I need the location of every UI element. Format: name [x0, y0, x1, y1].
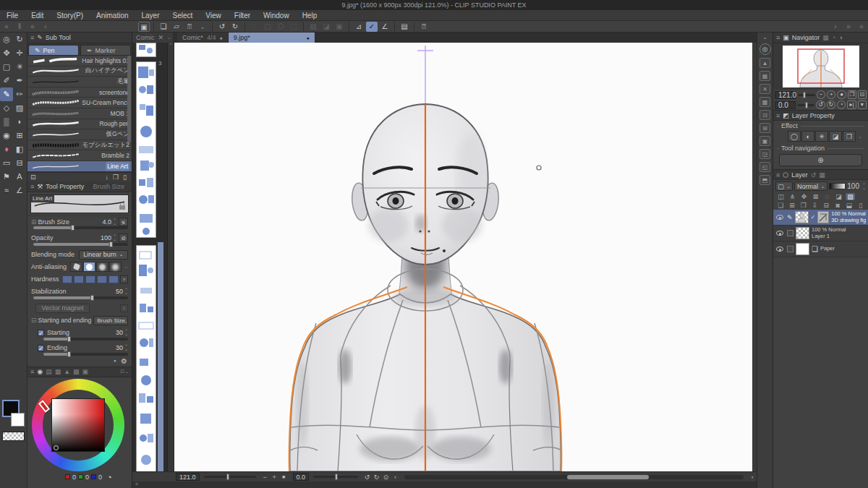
- layer-mask-thumbnail[interactable]: [817, 211, 829, 223]
- shape-tool-icon[interactable]: ▭: [0, 156, 13, 170]
- save-dropdown-icon[interactable]: ⌄: [197, 22, 208, 32]
- tab-marker[interactable]: ✒Marker: [80, 45, 131, 56]
- sub-color-swatch[interactable]: [11, 413, 25, 427]
- vector-magnet-expand[interactable]: ›: [120, 304, 128, 312]
- reference-layer-icon[interactable]: ❐: [843, 131, 856, 142]
- material-folder-icon[interactable]: ◲: [760, 149, 770, 159]
- color-mixing-tab-icon[interactable]: ▲: [64, 368, 70, 375]
- new-vector-layer-icon[interactable]: ⊞: [788, 202, 797, 209]
- new-file-icon[interactable]: ❏: [158, 22, 169, 32]
- chevron-down-icon[interactable]: ⌄: [124, 264, 128, 270]
- transfer-layer-icon[interactable]: ⇩: [810, 202, 820, 209]
- aa-strong-button[interactable]: [109, 262, 122, 272]
- layer-row-3d-figure[interactable]: ✎ ✓ 100 % Normal 3D drawing fig: [773, 210, 868, 226]
- move-tool-icon[interactable]: ✛: [13, 46, 26, 60]
- page-panel-tab[interactable]: Comic ✕ ⌄: [132, 33, 173, 43]
- brush-item[interactable]: Rough pen: [27, 119, 132, 130]
- brush-item[interactable]: Bramble 2: [27, 150, 132, 161]
- brush-item[interactable]: モブシルエット2: [27, 140, 132, 151]
- stabilization-slider[interactable]: [33, 296, 128, 299]
- flip-horizontal-icon[interactable]: ▸|: [847, 100, 856, 109]
- opacity-value[interactable]: 100: [101, 234, 111, 241]
- panel-menu-icon[interactable]: ≡: [776, 112, 780, 119]
- panel-menu-icon[interactable]: ≡: [776, 34, 780, 41]
- help-icon[interactable]: ⍰: [418, 22, 430, 32]
- eraser-tool-icon[interactable]: ◇: [0, 101, 13, 115]
- menu-edit[interactable]: Edit: [25, 12, 50, 20]
- rotate-canvas-tool-icon[interactable]: ↻: [13, 33, 26, 46]
- text-tool-icon[interactable]: A: [13, 170, 26, 184]
- scrollbar[interactable]: [127, 56, 131, 142]
- chevron-down-icon[interactable]: ⌄: [167, 35, 171, 40]
- zoom-out-icon[interactable]: −: [260, 474, 270, 481]
- color-set-tab-icon[interactable]: ▦: [55, 368, 61, 375]
- zoom-in-icon[interactable]: +: [270, 474, 279, 481]
- panel-menu-icon[interactable]: ≡: [776, 171, 780, 179]
- deselect-icon[interactable]: ◌: [249, 22, 260, 32]
- starting-checkbox[interactable]: ✓: [38, 330, 44, 336]
- material-folder-icon[interactable]: ▦: [760, 71, 770, 81]
- frame-icon[interactable]: ▣: [333, 22, 345, 32]
- pencil-tool-icon[interactable]: ✏: [13, 87, 26, 101]
- navigator-preview[interactable]: [773, 43, 868, 90]
- menu-animation[interactable]: Animation: [90, 12, 135, 20]
- brush-size-value[interactable]: 4.0: [102, 218, 111, 226]
- new-folder-icon[interactable]: ❐: [799, 202, 809, 209]
- blend-tool-icon[interactable]: ◉: [0, 129, 13, 142]
- fit-to-screen-icon[interactable]: ❐: [848, 90, 856, 99]
- tone-effect-icon[interactable]: ◐: [801, 131, 814, 142]
- hardness-level-2[interactable]: [74, 275, 84, 283]
- dynamics-button[interactable]: ≶: [119, 218, 128, 226]
- tab-comic[interactable]: Comic* 4/4 ●: [177, 33, 229, 43]
- information-tab-icon[interactable]: ◑: [838, 34, 842, 41]
- clip-to-layer-icon[interactable]: ◫: [776, 193, 786, 200]
- page-thumbnail-partial[interactable]: [136, 43, 156, 57]
- actual-size-icon[interactable]: ■: [279, 474, 289, 479]
- lock-layer-icon[interactable]: ⊠: [811, 193, 820, 200]
- reselect-icon[interactable]: ▢: [262, 22, 273, 32]
- zoom-value[interactable]: 121.0: [176, 473, 200, 481]
- liner-tool-icon[interactable]: ✒: [13, 74, 26, 87]
- tab-brush-size[interactable]: Brush Size: [93, 183, 124, 190]
- material-folder-icon[interactable]: ▣: [760, 136, 770, 146]
- create-mask-icon[interactable]: ◙: [833, 202, 843, 209]
- figure-tool-icon[interactable]: ⊞: [13, 129, 26, 142]
- move-layer-icon[interactable]: ✥: [799, 193, 809, 200]
- object-tool-icon[interactable]: ✥: [0, 46, 13, 60]
- reset-tool-icon[interactable]: ◔: [112, 357, 116, 365]
- layer-search-tab-icon[interactable]: ↺: [811, 171, 817, 179]
- actual-size-icon[interactable]: ●: [837, 90, 846, 99]
- tab-pen[interactable]: ✎Pen: [28, 45, 79, 56]
- layer-opacity-value[interactable]: 100: [847, 182, 859, 190]
- collapse-icon[interactable]: ⊟: [31, 317, 37, 324]
- hardness-level-4[interactable]: [97, 275, 107, 283]
- import-subtool-icon[interactable]: ↓: [105, 174, 109, 181]
- register-subtool-icon[interactable]: ⊡: [30, 174, 36, 181]
- canvas[interactable]: [174, 43, 752, 471]
- layer-color-icon[interactable]: ◪: [829, 131, 842, 142]
- layer-checkbox[interactable]: [787, 246, 793, 252]
- copy-subtool-icon[interactable]: ❐: [113, 174, 119, 181]
- balloon-tool-icon[interactable]: ◗: [13, 115, 26, 129]
- sv-marker[interactable]: [54, 445, 59, 450]
- ending-slider[interactable]: [43, 353, 128, 356]
- aa-weak-button[interactable]: [83, 262, 95, 272]
- stepper-icon[interactable]: ⌃⌄: [124, 330, 128, 335]
- navigator-zoom-slider[interactable]: [798, 94, 815, 96]
- gradient-tool-icon[interactable]: ◧: [13, 142, 26, 156]
- navigator-zoom-value[interactable]: 121.0: [775, 91, 796, 99]
- layer-row-paper[interactable]: ❏ Paper: [773, 241, 868, 257]
- zoom-in-icon[interactable]: +: [827, 90, 835, 99]
- collapse-right-icon[interactable]: «: [856, 22, 867, 32]
- zoom-out-icon[interactable]: −: [817, 90, 825, 99]
- menu-file[interactable]: File: [0, 12, 25, 20]
- brush-item[interactable]: 毛筆: [27, 77, 132, 87]
- stepper-icon[interactable]: ⌃⌄: [124, 345, 128, 351]
- collapse-left-icon[interactable]: «: [1, 22, 12, 32]
- visibility-eye-icon[interactable]: [776, 247, 783, 252]
- aa-none-button[interactable]: [70, 262, 82, 272]
- flip-horizontal-icon[interactable]: ‹: [391, 474, 400, 481]
- chevron-left-icon[interactable]: ‹: [40, 22, 51, 32]
- material-folder-icon[interactable]: ⬒: [760, 175, 770, 185]
- blend-mode-select[interactable]: Normal⌄: [794, 181, 827, 191]
